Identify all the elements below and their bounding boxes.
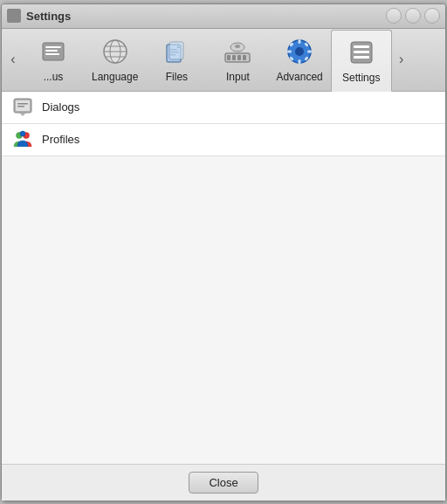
svg-rect-34: [354, 56, 369, 59]
files-tab-icon: [161, 36, 192, 67]
tab-language[interactable]: Language: [84, 29, 146, 91]
svg-rect-15: [227, 55, 230, 60]
footer: Close: [2, 464, 445, 501]
tab-input[interactable]: Input: [207, 29, 268, 91]
close-button[interactable]: Close: [189, 472, 258, 494]
tab-input-label: Input: [226, 71, 250, 83]
language-tab-icon: [100, 36, 131, 67]
svg-rect-13: [169, 42, 183, 59]
list-item-dialogs[interactable]: Dialogs: [2, 92, 445, 124]
svg-rect-25: [287, 51, 292, 53]
settings-window: Settings ‹ ...us: [1, 3, 446, 501]
svg-rect-1: [45, 46, 61, 48]
svg-rect-2: [45, 50, 58, 52]
profiles-icon: [12, 129, 33, 150]
tab-files[interactable]: Files: [146, 29, 207, 91]
svg-rect-32: [354, 45, 369, 48]
tab-settings-label: Settings: [342, 72, 380, 84]
dialogs-label: Dialogs: [42, 100, 79, 114]
svg-rect-26: [307, 51, 312, 53]
tab-general-label: ...us: [44, 71, 64, 83]
general-tab-icon: [38, 36, 69, 67]
svg-point-20: [235, 45, 240, 48]
svg-rect-16: [232, 55, 236, 60]
nav-right-arrow[interactable]: ›: [392, 29, 411, 91]
window-controls: [386, 8, 440, 24]
content-area: Dialogs Profiles: [2, 92, 445, 464]
window-title: Settings: [26, 10, 386, 23]
minimize-button[interactable]: [386, 8, 402, 24]
svg-rect-38: [17, 106, 24, 107]
settings-tab-icon: [346, 37, 377, 68]
svg-rect-18: [243, 55, 246, 60]
svg-marker-39: [19, 113, 26, 116]
titlebar: Settings: [2, 4, 445, 29]
tab-files-label: Files: [166, 71, 188, 83]
window-icon: [7, 9, 21, 23]
svg-rect-33: [354, 51, 369, 53]
list-item-profiles[interactable]: Profiles: [2, 124, 445, 156]
tab-general[interactable]: ...us: [23, 29, 84, 91]
tab-advanced-label: Advanced: [276, 71, 322, 83]
profiles-label: Profiles: [42, 133, 79, 146]
tab-language-label: Language: [92, 71, 138, 83]
input-tab-icon: [222, 36, 253, 67]
svg-rect-17: [237, 55, 241, 60]
toolbar: ‹ ...us: [2, 29, 445, 92]
maximize-button[interactable]: [405, 8, 421, 24]
tab-advanced[interactable]: Advanced: [268, 29, 330, 91]
dialogs-icon: [12, 97, 33, 118]
svg-point-22: [295, 47, 304, 56]
nav-left-arrow[interactable]: ‹: [3, 29, 23, 91]
svg-rect-23: [299, 39, 301, 44]
svg-point-42: [20, 131, 25, 136]
svg-rect-24: [299, 59, 301, 64]
svg-rect-37: [17, 103, 28, 105]
tab-settings[interactable]: Settings: [331, 30, 392, 92]
close-button[interactable]: [424, 8, 440, 24]
svg-rect-3: [45, 53, 59, 55]
advanced-tab-icon: [284, 36, 315, 67]
